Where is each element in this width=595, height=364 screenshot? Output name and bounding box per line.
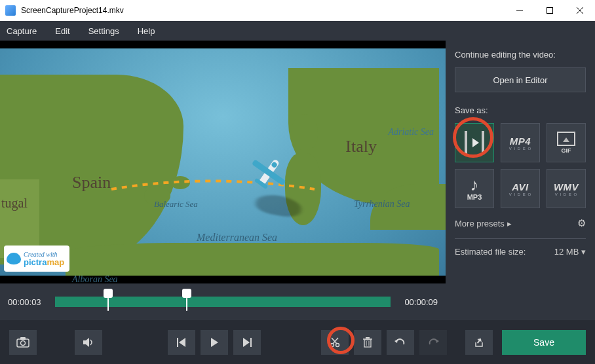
format-wmv-sub: V I D E O (555, 192, 577, 196)
format-video[interactable] (455, 123, 494, 162)
titlebar: ScreenCaptureProject14.mkv (0, 0, 595, 21)
chevron-down-icon: ▾ (581, 247, 586, 257)
svg-marker-26 (394, 339, 398, 343)
maximize-button[interactable] (535, 0, 565, 21)
format-avi-label: AVI (512, 181, 528, 192)
label-italy: Italy (345, 137, 377, 156)
svg-point-9 (21, 340, 26, 345)
next-button[interactable] (233, 330, 261, 355)
menu-help[interactable]: Help (138, 26, 155, 36)
screenshot-button[interactable] (9, 330, 37, 355)
share-icon (474, 337, 484, 348)
play-icon (210, 338, 219, 347)
format-grid: MP4 V I D E O GIF ♪ MP3 AVI V I D E O WM… (455, 123, 586, 208)
playback-controls (168, 330, 261, 355)
undo-button[interactable] (387, 330, 414, 355)
format-mp3[interactable]: ♪ MP3 (455, 169, 494, 208)
format-wmv-label: WMV (554, 181, 579, 192)
svg-rect-25 (366, 337, 370, 338)
save-as-label: Save as: (455, 105, 586, 115)
trim-start-handle[interactable] (104, 289, 113, 298)
timeline-track[interactable] (55, 293, 391, 311)
svg-marker-27 (436, 339, 439, 343)
format-mp3-label: MP3 (467, 193, 482, 201)
watermark-bird-icon (7, 253, 21, 264)
window-controls (505, 0, 595, 21)
edit-controls (321, 330, 447, 355)
watermark-text: Created with pictramap (24, 251, 64, 266)
label-adriatic: Adriatic Sea (388, 127, 434, 137)
watermark-brand1: pictra (24, 257, 47, 267)
label-tyrrhenian: Tyrrhenian Sea (354, 199, 410, 209)
menu-settings[interactable]: Settings (88, 26, 119, 36)
file-size-label: Estimated file size: (455, 247, 526, 257)
time-duration: 00:00:09 (398, 297, 438, 307)
label-portugal: tugal (1, 196, 28, 211)
app-icon (5, 5, 16, 16)
more-presets-label: More presets (455, 219, 505, 228)
trim-start-line (107, 298, 109, 311)
svg-rect-12 (177, 338, 178, 347)
land-corsica (292, 114, 318, 150)
panel-divider (455, 238, 586, 239)
timeline: 00:00:03 00:00:09 (0, 283, 446, 320)
delete-button[interactable] (354, 330, 381, 355)
volume-button[interactable] (75, 330, 102, 355)
format-avi-sub: V I D E O (509, 192, 531, 196)
format-gif[interactable]: GIF (547, 123, 586, 162)
music-note-icon: ♪ (470, 176, 479, 193)
scissors-icon (330, 337, 340, 348)
close-button[interactable] (565, 0, 595, 21)
land-africa (66, 243, 439, 276)
open-in-editor-label: Open in Editor (493, 75, 547, 85)
prev-button[interactable] (168, 330, 195, 355)
cut-button[interactable] (321, 330, 349, 355)
format-wmv[interactable]: WMV V I D E O (547, 169, 586, 208)
format-gif-label: GIF (562, 147, 571, 154)
open-in-editor-button[interactable]: Open in Editor (455, 67, 586, 92)
more-presets-row: More presets ▸ ⚙ (455, 217, 586, 229)
trash-icon (363, 337, 372, 348)
map-content: Spain Italy tugal Mediterranean Sea Bale… (0, 48, 446, 276)
settings-gear-icon[interactable]: ⚙ (577, 217, 586, 229)
track-bar (55, 297, 391, 307)
plane-icon (246, 150, 292, 198)
save-button[interactable]: Save (502, 330, 586, 355)
watermark: Created with pictramap (4, 246, 69, 272)
playhead-line (186, 298, 187, 311)
video-preview[interactable]: Spain Italy tugal Mediterranean Sea Bale… (0, 41, 446, 283)
label-alboran: Alboran Sea (72, 274, 118, 283)
menubar: Capture Edit Settings Help (0, 21, 595, 41)
label-mediterranean: Mediterranean Sea (197, 232, 277, 244)
skip-forward-icon (242, 338, 252, 347)
redo-button[interactable] (419, 330, 447, 355)
bottom-toolbar: Save (0, 320, 595, 364)
redo-icon (427, 338, 439, 347)
window-title: ScreenCaptureProject14.mkv (21, 6, 505, 15)
svg-marker-16 (243, 338, 250, 347)
format-mp4[interactable]: MP4 V I D E O (501, 123, 540, 162)
side-panel: Continue editing the video: Open in Edit… (446, 41, 595, 320)
file-size-row: Estimated file size: 12 MB ▾ (455, 247, 586, 257)
svg-marker-14 (211, 338, 218, 347)
minimize-button[interactable] (505, 0, 535, 21)
watermark-brand2: map (47, 257, 64, 267)
image-icon (557, 132, 575, 146)
speaker-icon (83, 337, 94, 348)
menu-capture[interactable]: Capture (7, 26, 37, 36)
playhead-handle[interactable] (182, 289, 191, 298)
format-mp4-sub: V I D E O (509, 147, 531, 151)
undo-icon (394, 338, 406, 347)
main-area: Spain Italy tugal Mediterranean Sea Bale… (0, 41, 595, 320)
filmstrip-icon (465, 131, 484, 155)
preview-column: Spain Italy tugal Mediterranean Sea Bale… (0, 41, 446, 320)
time-current: 00:00:03 (8, 297, 47, 307)
share-button[interactable] (465, 330, 493, 355)
play-button[interactable] (201, 330, 228, 355)
svg-rect-10 (20, 337, 26, 340)
menu-edit[interactable]: Edit (55, 26, 69, 36)
file-size-value[interactable]: 12 MB ▾ (554, 247, 586, 257)
svg-rect-15 (250, 338, 252, 347)
format-avi[interactable]: AVI V I D E O (501, 169, 540, 208)
more-presets-link[interactable]: More presets ▸ (455, 219, 512, 228)
